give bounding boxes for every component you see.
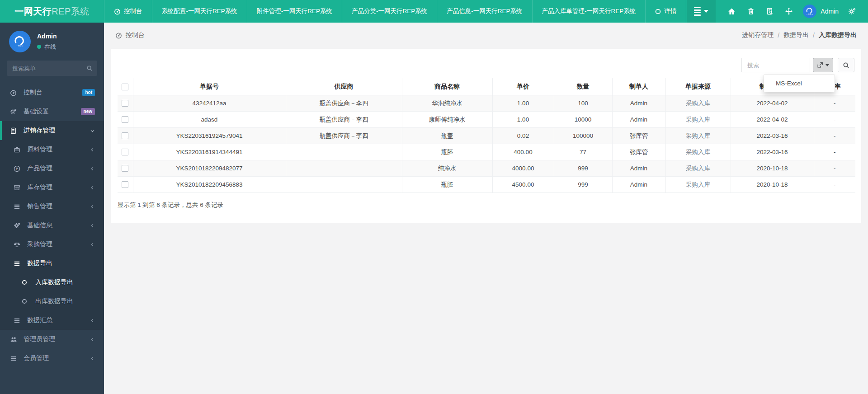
sidebar-item-label: 基础信息 (27, 221, 52, 230)
table-row[interactable]: YKS2010182209482077 纯净水 4000.00 999 Admi… (118, 160, 855, 177)
export-ms-excel-option[interactable]: MS-Excel (764, 78, 835, 89)
cell-tax-rate: - (814, 112, 855, 128)
table-row[interactable]: YKS2010182209456883 瓶胚 4500.00 999 Admin… (118, 177, 855, 193)
col-header-supplier[interactable]: 供应商 (286, 78, 402, 95)
table-row[interactable]: adasd 瓶盖供应商－李四 康师傅纯净水 1.00 10000 Admin 采… (118, 112, 855, 128)
log-search-icon[interactable] (760, 8, 779, 15)
sidebar-item-inventory-mgmt[interactable]: 库存管理 (0, 178, 104, 197)
chevron-left-icon (90, 337, 95, 342)
row-checkbox[interactable] (122, 132, 128, 139)
profile-avatar[interactable]: 一网天行 (9, 31, 31, 52)
home-icon[interactable] (722, 8, 741, 15)
row-select-cell (118, 112, 133, 128)
avatar-logo-text: 一网天行 (806, 14, 813, 15)
tabs-menu-toggle-button[interactable] (687, 0, 716, 23)
sidebar-item-outbound-data-export[interactable]: 出库数据导出 (0, 292, 104, 311)
chevron-left-icon (90, 147, 95, 152)
table-search-input[interactable] (741, 58, 810, 72)
cell-product-name: 纯净水 (402, 160, 492, 177)
nav-item-product-category[interactable]: 产品分类-一网天行REP系统 (342, 0, 437, 23)
sidebar-item-inbound-data-export[interactable]: 入库数据导出 (0, 273, 104, 292)
sidebar-item-data-export[interactable]: 数据导出 (0, 254, 104, 273)
gears-icon (10, 108, 21, 115)
svg-text:P: P (16, 167, 19, 171)
cell-tax-rate: - (814, 128, 855, 144)
sidebar-item-data-summary[interactable]: 数据汇总 (0, 311, 104, 330)
avatar-logo-icon (806, 8, 813, 14)
sidebar-item-member-mgmt[interactable]: 会员管理 (0, 349, 104, 368)
row-checkbox[interactable] (122, 116, 128, 123)
chevron-left-icon (90, 223, 95, 228)
col-header-product-name[interactable]: 商品名称 (402, 78, 492, 95)
sidebar-item-basic-info[interactable]: 基础信息 (0, 216, 104, 235)
file-text-icon (10, 127, 21, 134)
nav-item-console[interactable]: 控制台 (104, 0, 152, 23)
sidebar-item-admin-mgmt[interactable]: 管理员管理 (0, 330, 104, 349)
cell-product-name: 瓶盖 (402, 128, 492, 144)
sidebar-search-input[interactable] (7, 61, 97, 76)
fullscreen-icon[interactable] (779, 8, 798, 15)
search-button[interactable] (838, 58, 854, 72)
sidebar-item-console[interactable]: 控制台 hot (0, 83, 104, 102)
col-header-order-source[interactable]: 单据来源 (665, 78, 731, 95)
nav-item-product-info[interactable]: 产品信息-一网天行REP系统 (437, 0, 532, 23)
cell-order-source: 采购入库 (665, 144, 731, 160)
cell-creator: Admin (612, 112, 665, 128)
select-all-cell (118, 78, 133, 95)
cell-order-no: YKS2010182209482077 (133, 160, 286, 177)
sidebar-item-label: 采购管理 (27, 240, 52, 249)
circle-o-icon (22, 280, 33, 285)
brand-suffix: REP系统 (52, 5, 90, 18)
cell-creator: 张库管 (612, 144, 665, 160)
export-button[interactable] (813, 58, 833, 72)
cell-unit-price: 4000.00 (492, 160, 554, 177)
search-icon[interactable] (86, 65, 93, 71)
cell-product-name: 华润纯净水 (402, 95, 492, 112)
gears-icon (14, 222, 24, 229)
sidebar-item-invoicing[interactable]: 进销存管理 (0, 121, 104, 140)
content-card: MS-Excel 单据号 供应商 商品名称 单价 数量 制单人 单据来源 制单日… (111, 49, 861, 223)
circle-o-icon (22, 299, 33, 304)
settings-gear-icon[interactable] (842, 8, 862, 15)
nav-item-inbound-orders[interactable]: 产品入库单管理-一网天行REP系统 (532, 0, 646, 23)
inbound-data-table: 单据号 供应商 商品名称 单价 数量 制单人 单据来源 制单日期 税率 4324… (118, 78, 855, 193)
nav-item-detail[interactable]: 详情 (645, 0, 686, 23)
table-row[interactable]: 43242412aa 瓶盖供应商－李四 华润纯净水 1.00 100 Admin… (118, 95, 855, 112)
col-header-order-no[interactable]: 单据号 (133, 78, 286, 95)
profile-status[interactable]: 在线 (37, 43, 57, 51)
brand-logo[interactable]: 一网天行REP系统 (0, 0, 104, 23)
col-header-quantity[interactable]: 数量 (554, 78, 612, 95)
col-header-unit-price[interactable]: 单价 (492, 78, 554, 95)
trash-icon[interactable] (741, 8, 760, 15)
sidebar-item-product-mgmt[interactable]: P 产品管理 (0, 159, 104, 178)
breadcrumb-item[interactable]: 数据导出 (783, 31, 809, 39)
sidebar-item-label: 管理员管理 (24, 335, 55, 343)
row-checkbox[interactable] (122, 165, 128, 172)
row-checkbox[interactable] (122, 149, 128, 155)
cell-order-source: 采购入库 (665, 95, 731, 112)
online-status-label: 在线 (44, 43, 56, 51)
sidebar-item-basic-settings[interactable]: 基础设置 new (0, 102, 104, 121)
sidebar-item-label: 出库数据导出 (35, 297, 73, 305)
sidebar-profile: 一网天行 Admin 在线 (0, 23, 104, 57)
nav-item-system-config[interactable]: 系统配置-一网天行REP系统 (152, 0, 247, 23)
cell-create-date: 2022-03-16 (731, 144, 814, 160)
nav-item-attachments[interactable]: 附件管理-一网天行REP系统 (247, 0, 342, 23)
sidebar-item-raw-materials[interactable]: 原料管理 (0, 140, 104, 159)
breadcrumb-item[interactable]: 进销存管理 (742, 31, 774, 39)
table-row[interactable]: YKS2203161924579041 瓶盖供应商－李四 瓶盖 0.02 100… (118, 128, 855, 144)
cell-create-date: 2022-03-16 (731, 128, 814, 144)
breadcrumb-separator: / (778, 32, 779, 39)
sidebar-item-sales-mgmt[interactable]: 销售管理 (0, 197, 104, 216)
col-header-creator[interactable]: 制单人 (612, 78, 665, 95)
user-avatar[interactable]: 一网天行 (803, 5, 816, 18)
select-all-checkbox[interactable] (122, 84, 128, 90)
row-checkbox[interactable] (122, 181, 128, 188)
nav-item-label: 附件管理-一网天行REP系统 (257, 7, 332, 15)
caret-down-icon (704, 10, 708, 13)
row-checkbox[interactable] (122, 100, 128, 107)
sidebar-item-purchasing-mgmt[interactable]: 采购管理 (0, 235, 104, 254)
sidebar-item-label: 数据导出 (27, 259, 52, 267)
table-row[interactable]: YKS2203161914344491 瓶胚 400.00 77 张库管 采购入… (118, 144, 855, 160)
online-dot-icon (37, 45, 41, 49)
